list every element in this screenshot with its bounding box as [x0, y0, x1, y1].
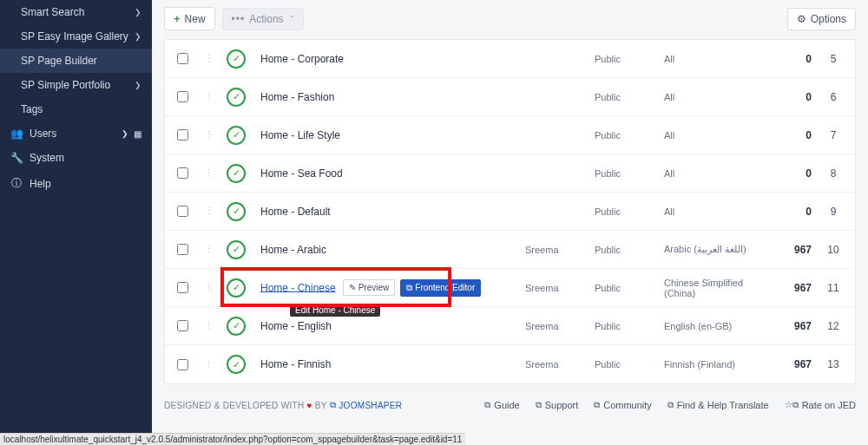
footer-links: ⧉Guide⧉Support⧉Community⧉Find & Help Tra…: [484, 400, 856, 410]
access-cell: Public: [595, 54, 664, 64]
drag-handle[interactable]: ⋮: [200, 282, 217, 293]
heart-icon: ♥: [307, 401, 312, 410]
plus-icon: +: [174, 12, 181, 25]
page-title[interactable]: Home - Fashion: [260, 91, 334, 103]
sidebar-cat-label: Users: [30, 128, 56, 140]
access-cell: Public: [595, 245, 664, 255]
status-published-icon[interactable]: ✓: [227, 278, 246, 298]
page-title-link[interactable]: Home - Chinese: [260, 281, 336, 293]
sidebar-item[interactable]: Tags: [0, 97, 152, 121]
tooltip: Edit Home - Chinese: [290, 304, 380, 317]
drag-handle[interactable]: ⋮: [200, 167, 217, 179]
footer-link-label: Find & Help Translate: [677, 400, 769, 410]
hits-cell: 0: [768, 167, 812, 180]
footer-link[interactable]: ⧉Community: [594, 400, 652, 410]
footer-link-label: Support: [545, 400, 579, 410]
status-published-icon[interactable]: ✓: [227, 202, 246, 221]
star-icon: ☆⧉: [785, 400, 799, 410]
status-published-icon[interactable]: ✓: [227, 88, 246, 107]
language-cell: All: [664, 206, 768, 217]
author-cell: Sreema: [525, 283, 595, 293]
drag-handle[interactable]: ⋮: [200, 244, 217, 255]
sidebar: Smart Search❯SP Easy Image Gallery❯SP Pa…: [0, 0, 152, 445]
sidebar-cat[interactable]: 👥Users❯▦: [0, 121, 152, 146]
preview-button[interactable]: ✎Preview: [343, 279, 396, 296]
status-published-icon[interactable]: ✓: [227, 355, 246, 374]
sidebar-cat[interactable]: 🔧System: [0, 146, 152, 170]
page-title[interactable]: Home - English: [260, 320, 332, 332]
sidebar-cat-label: System: [30, 152, 64, 164]
table-row: ⋮ ✓ Home - English Sreema Public English…: [165, 307, 855, 345]
users-icon: 👥: [10, 128, 23, 140]
access-cell: Public: [595, 359, 664, 370]
footer-link-label: Rate on JED: [802, 400, 856, 410]
id-cell: 10: [812, 244, 855, 256]
access-cell: Public: [595, 168, 664, 179]
sidebar-item[interactable]: Smart Search❯: [0, 0, 152, 24]
drag-handle[interactable]: ⋮: [200, 359, 217, 370]
new-button-label: New: [185, 13, 206, 25]
row-checkbox[interactable]: [177, 129, 188, 141]
sidebar-cat[interactable]: ⓘHelp: [0, 170, 152, 197]
sidebar-item-label: SP Easy Image Gallery: [21, 30, 128, 43]
row-checkbox[interactable]: [177, 53, 188, 64]
sidebar-item[interactable]: SP Page Builder: [0, 49, 152, 73]
external-link-icon: ⧉: [536, 400, 542, 410]
row-checkbox[interactable]: [177, 91, 188, 102]
footer-link[interactable]: ⧉Support: [536, 400, 579, 410]
page-title[interactable]: Home - Sea Food: [260, 167, 343, 180]
id-cell: 11: [812, 282, 855, 294]
drag-handle[interactable]: ⋮: [200, 53, 217, 64]
footer-link[interactable]: ☆⧉Rate on JED: [785, 400, 856, 410]
status-published-icon[interactable]: ✓: [227, 126, 246, 145]
footer-brand-link[interactable]: JOOMSHAPER: [339, 401, 402, 410]
drag-handle[interactable]: ⋮: [200, 320, 217, 331]
drag-handle[interactable]: ⋮: [200, 91, 217, 102]
grid-icon: ▦: [134, 129, 141, 139]
sidebar-item[interactable]: SP Easy Image Gallery❯: [0, 24, 152, 49]
table-row: ⋮ ✓ Home - Chinese✎Preview⧉Frontend Edit…: [165, 269, 855, 307]
language-cell: All: [664, 130, 768, 141]
id-cell: 6: [812, 91, 855, 103]
row-checkbox[interactable]: [177, 282, 188, 293]
page-title[interactable]: Home - Corporate: [260, 53, 344, 65]
footer-link[interactable]: ⧉Find & Help Translate: [667, 400, 769, 410]
chevron-right-icon: ❯: [135, 32, 141, 41]
status-published-icon[interactable]: ✓: [227, 240, 246, 259]
options-button[interactable]: ⚙Options: [787, 8, 856, 30]
drag-handle[interactable]: ⋮: [200, 206, 217, 217]
hits-cell: 0: [768, 206, 812, 218]
frontend-editor-button[interactable]: ⧉Frontend Editor: [400, 279, 481, 297]
page-title[interactable]: Home - Default: [260, 206, 331, 218]
status-published-icon[interactable]: ✓: [227, 49, 246, 69]
browser-statusbar: localhost/helixultimate_quickstart_j4_v2…: [0, 433, 465, 445]
row-checkbox[interactable]: [177, 206, 188, 217]
footer-text: DESIGNED & DEVELOPED WITH: [164, 401, 304, 410]
row-checkbox[interactable]: [177, 359, 188, 370]
actions-button[interactable]: •••Actions˅: [222, 8, 304, 30]
row-checkbox[interactable]: [177, 244, 188, 255]
table-row: ⋮ ✓ Home - Life Style Public All 0 7: [165, 116, 855, 154]
status-published-icon[interactable]: ✓: [227, 317, 246, 336]
chevron-right-icon: ❯: [122, 129, 128, 138]
chevron-down-icon: ˅: [290, 15, 294, 23]
table-row: ⋮ ✓ Home - Fashion Public All 0 6: [165, 78, 855, 116]
drag-handle[interactable]: ⋮: [200, 129, 217, 141]
author-cell: Sreema: [525, 245, 595, 255]
page-title[interactable]: Home - Arabic: [260, 244, 326, 256]
edit-icon: ✎: [349, 283, 356, 292]
footer-link[interactable]: ⧉Guide: [484, 400, 519, 410]
row-checkbox[interactable]: [177, 320, 188, 331]
language-cell: All: [664, 168, 768, 179]
hits-cell: 0: [768, 129, 812, 141]
page-title[interactable]: Home - Life Style: [260, 129, 340, 141]
language-cell: Chinese Simplified (China): [664, 278, 768, 298]
language-cell: English (en-GB): [664, 321, 768, 331]
sidebar-item-label: Smart Search: [21, 6, 84, 18]
status-published-icon[interactable]: ✓: [227, 164, 246, 183]
page-title[interactable]: Home - Finnish: [260, 358, 331, 370]
row-checkbox[interactable]: [177, 167, 188, 179]
external-link-icon: ⧉: [484, 400, 490, 410]
new-button[interactable]: +New: [164, 7, 215, 30]
sidebar-item[interactable]: SP Simple Portfolio❯: [0, 73, 152, 97]
